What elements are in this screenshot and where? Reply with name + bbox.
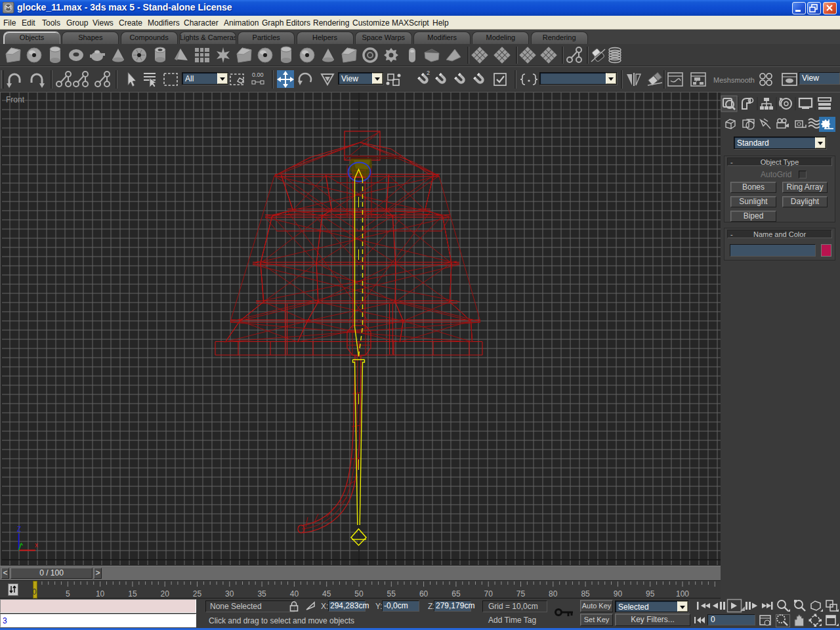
svg-text:15: 15 bbox=[128, 589, 137, 598]
svg-text:0.00: 0.00 bbox=[252, 72, 264, 78]
svg-text:90: 90 bbox=[614, 589, 623, 598]
svg-text:100: 100 bbox=[676, 589, 689, 598]
svg-text:85: 85 bbox=[581, 589, 590, 598]
svg-text:65: 65 bbox=[452, 589, 461, 598]
svg-text:35: 35 bbox=[257, 589, 266, 598]
svg-text:50: 50 bbox=[354, 589, 364, 598]
svg-text:10: 10 bbox=[96, 589, 105, 598]
svg-text:40: 40 bbox=[290, 589, 299, 598]
svg-text:20: 20 bbox=[161, 589, 170, 598]
svg-text:55: 55 bbox=[387, 589, 396, 598]
svg-text:2: 2 bbox=[427, 70, 430, 76]
svg-text:30: 30 bbox=[225, 589, 234, 598]
svg-text:5: 5 bbox=[66, 589, 70, 598]
svg-text:45: 45 bbox=[322, 589, 331, 598]
svg-text:Meshsmooth: Meshsmooth bbox=[713, 76, 755, 84]
svg-text:x: x bbox=[35, 541, 38, 549]
svg-text:25: 25 bbox=[193, 589, 202, 598]
svg-text:80: 80 bbox=[549, 589, 558, 598]
svg-text:75: 75 bbox=[516, 589, 526, 598]
svg-text:70: 70 bbox=[484, 589, 494, 598]
svg-text:60: 60 bbox=[419, 589, 429, 598]
svg-text:95: 95 bbox=[646, 589, 655, 598]
svg-text:Z: Z bbox=[17, 526, 21, 533]
